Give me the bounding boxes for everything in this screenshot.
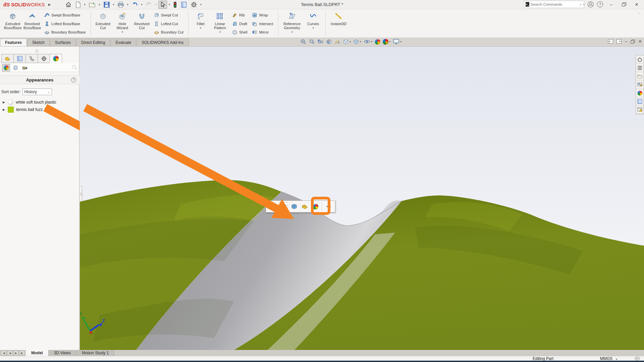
extruded-boss-base-button[interactable]: Extruded Boss/Base	[3, 10, 22, 37]
linear-pattern-button[interactable]: Linear Pattern ▾	[211, 10, 229, 37]
select-tool-button[interactable]	[158, 1, 167, 9]
graphics-viewport[interactable]: Y Z	[80, 47, 644, 350]
view-settings-button[interactable]: ▾	[393, 39, 401, 45]
design-library-button[interactable]	[636, 64, 644, 72]
rib-button[interactable]: Rib	[231, 12, 249, 18]
search-dropdown[interactable]: ▾	[583, 3, 585, 6]
lofted-boss-base-button[interactable]: Lofted Boss/Base	[43, 20, 87, 27]
tab-solidworks-add-ins[interactable]: SOLIDWORKS Add-Ins	[137, 39, 189, 46]
doc-minimize-button[interactable]: –	[625, 39, 627, 44]
save-button[interactable]	[102, 1, 111, 9]
hide-show-dropdown[interactable]: ▾	[371, 40, 372, 43]
file-explorer-button[interactable]	[636, 72, 644, 80]
hole-wizard-button[interactable]: Hole Wizard ▾	[113, 10, 132, 37]
expand-arrow-icon[interactable]: ▶	[3, 108, 5, 111]
view-orientation-dropdown[interactable]: ▾	[350, 40, 351, 43]
apply-to-part-button[interactable]	[300, 202, 309, 211]
zoom-to-area-button[interactable]	[309, 39, 315, 45]
expand-arrow-icon[interactable]: ▶	[3, 101, 5, 104]
new-document-dropdown[interactable]: ▾	[83, 3, 87, 6]
hole-wizard-dropdown[interactable]: ▾	[122, 31, 123, 34]
tab-dimxpert-manager[interactable]	[38, 54, 50, 63]
select-tool-dropdown[interactable]: ▾	[168, 3, 171, 6]
search-icon[interactable]: ⌕	[580, 2, 582, 7]
reference-geometry-dropdown[interactable]: ▾	[291, 31, 293, 34]
print-button[interactable]	[116, 1, 125, 9]
tab-property-manager[interactable]	[13, 54, 26, 63]
view-scene-lights-button[interactable]	[21, 64, 29, 71]
wrap-button[interactable]: ab Wrap	[251, 12, 274, 18]
panel-splitter-handle[interactable]	[80, 186, 82, 201]
search-commands-box[interactable]: >_ ⌕ ▾	[524, 1, 584, 8]
solidworks-resources-button[interactable]	[636, 55, 644, 64]
doc-restore-icon[interactable]	[631, 40, 635, 44]
apply-to-feature-button[interactable]	[279, 202, 288, 211]
fillet-dropdown[interactable]: ▾	[200, 26, 201, 29]
shell-button[interactable]: Shell	[231, 29, 249, 36]
appearances-scenes-button[interactable]	[636, 89, 644, 97]
view-orientation-button[interactable]: ▾	[343, 39, 351, 45]
lofted-cut-button[interactable]: Lofted Cut	[153, 20, 185, 27]
panel-help-icon[interactable]: ?	[71, 77, 76, 82]
apply-scene-dropdown[interactable]: ▾	[389, 40, 390, 43]
tab-display-manager[interactable]	[50, 54, 62, 63]
annotation-views-button[interactable]: A	[334, 39, 340, 45]
apply-scene-button[interactable]: ▾	[383, 39, 390, 45]
tab-features[interactable]: Features	[0, 39, 27, 46]
open-dropdown[interactable]: ▾	[98, 3, 101, 6]
last-tab-button[interactable]: ▶	[19, 351, 25, 355]
hide-show-items-button[interactable]: ▾	[364, 39, 372, 45]
curves-dropdown[interactable]: ▾	[313, 26, 314, 29]
view-decals-button[interactable]	[11, 64, 19, 71]
display-style-dropdown[interactable]: ▾	[360, 40, 361, 43]
mirror-button[interactable]: Mirror	[251, 29, 274, 36]
tab-sketch[interactable]: Sketch	[27, 39, 50, 46]
collapse-ribbon-icon[interactable]: ︿	[638, 11, 641, 15]
tab-motion-study-1[interactable]: Motion Study 1	[76, 350, 114, 356]
intersect-button[interactable]: Intersect	[251, 20, 274, 27]
options-dropdown[interactable]: ▾	[199, 3, 203, 6]
close-button[interactable]: ✕	[632, 1, 641, 8]
tab-model[interactable]: Model	[26, 350, 49, 356]
revolved-boss-base-button[interactable]: Revolved Boss/Base	[23, 10, 42, 37]
revolved-cut-button[interactable]: Revolved Cut	[132, 10, 151, 37]
previous-view-button[interactable]	[317, 39, 324, 45]
instant3d-button[interactable]: Instant3D	[328, 10, 349, 37]
next-tab-button[interactable]: ▶	[13, 351, 19, 355]
undo-button[interactable]	[130, 1, 140, 9]
boundary-cut-button[interactable]: Boundary Cut	[153, 29, 185, 36]
custom-properties-button[interactable]	[636, 97, 644, 106]
edit-appearance-context-button[interactable]	[311, 202, 320, 211]
sort-order-select[interactable]: History ⌄	[22, 88, 52, 95]
menu-expand-icon[interactable]: ▶	[48, 3, 51, 6]
restore-button[interactable]	[619, 1, 629, 8]
redo-button[interactable]	[144, 1, 154, 9]
list-item-tennis-ball-fuzz[interactable]: ▶ tennis ball fuzz	[0, 106, 79, 113]
curves-button[interactable]: Curves ▾	[304, 10, 323, 37]
swept-boss-base-button[interactable]: Swept Boss/Base	[43, 12, 87, 18]
help-icon[interactable]: ?	[597, 1, 603, 7]
properties-button[interactable]	[179, 1, 189, 9]
save-dropdown[interactable]: ▾	[112, 3, 115, 6]
home-button[interactable]	[64, 1, 73, 9]
options-button[interactable]	[189, 1, 199, 9]
open-button[interactable]	[87, 1, 97, 9]
linear-pattern-dropdown[interactable]: ▾	[219, 31, 221, 34]
pane-left-icon[interactable]	[608, 39, 613, 44]
extruded-cut-button[interactable]: Extruded Cut	[94, 10, 112, 37]
status-light-button[interactable]	[172, 1, 178, 9]
boundary-boss-base-button[interactable]: Boundary Boss/Base	[43, 29, 87, 36]
panel-grip-handle[interactable]	[35, 49, 39, 53]
account-icon[interactable]	[588, 1, 594, 7]
pane-right-icon[interactable]	[616, 39, 622, 44]
section-view-button[interactable]	[326, 39, 332, 45]
document-manager-button[interactable]	[636, 106, 644, 114]
minimize-button[interactable]: –	[606, 1, 616, 8]
pin-toolbar-button[interactable]	[324, 202, 333, 211]
search-scope-icon[interactable]: >_	[526, 2, 529, 7]
tab-evaluate[interactable]: Evaluate	[110, 39, 136, 46]
undo-dropdown[interactable]: ▾	[140, 3, 144, 6]
view-appearances-button[interactable]	[2, 64, 10, 71]
tab-configuration-manager[interactable]	[25, 54, 38, 63]
view-settings-dropdown[interactable]: ▾	[400, 40, 401, 43]
